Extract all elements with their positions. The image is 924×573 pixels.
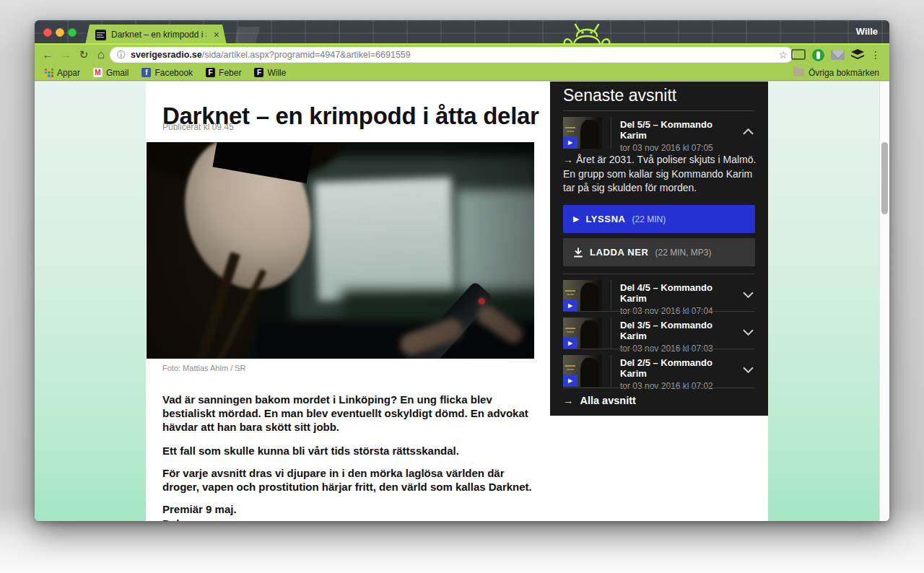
episode-row[interactable]: ▶ Del 3/5 – Kommando Karim tor 03 nov 20… [563, 315, 755, 351]
play-badge-icon[interactable]: ▶ [563, 375, 578, 387]
zoom-window-button[interactable] [68, 28, 77, 37]
episode-row[interactable]: ▶ Del 2/5 – Kommando Karim tor 03 nov 20… [563, 353, 755, 389]
layers-extension-icon[interactable] [851, 49, 864, 61]
close-window-button[interactable] [43, 28, 52, 37]
page-content: Darknet – en krimpodd i åtta delar Publi… [146, 82, 768, 521]
scrollbar-thumb[interactable] [881, 142, 888, 214]
arrow-right-icon: → [563, 395, 574, 406]
bookmark-gmail[interactable]: M Gmail [93, 68, 128, 78]
episode-date: tor 03 nov 2016 kl 07:05 [620, 143, 729, 153]
play-badge-icon[interactable]: ▶ [563, 337, 578, 349]
bookmark-star-icon[interactable]: ☆ [778, 49, 788, 61]
play-badge-icon[interactable]: ▶ [563, 299, 578, 312]
episode-date: tor 03 nov 2016 kl 07:02 [620, 381, 729, 391]
sidebar-heading: Senaste avsnitt [563, 86, 676, 105]
photo-credit: Foto: Mattias Ahlm / SR [162, 364, 246, 372]
bookmark-facebook[interactable]: f Facebook [141, 68, 193, 78]
episode-row[interactable]: ▶ Del 4/5 – Kommando Karim tor 03 nov 20… [563, 278, 755, 314]
apps-grid-icon [45, 69, 53, 77]
address-bar[interactable]: ⓘ sverigesradio.se/sida/artikel.aspx?pro… [110, 47, 793, 63]
episode-thumbnail[interactable]: ▶ [563, 117, 602, 149]
desktop: Darknet – en krimpodd i åtta d × Wille [0, 0, 924, 573]
bookmark-apps[interactable]: Appar [45, 68, 80, 78]
bookmark-feber[interactable]: F Feber [206, 68, 241, 78]
mail-extension-icon[interactable] [831, 51, 845, 60]
episode-title: Del 3/5 – Kommando Karim [620, 318, 729, 341]
all-episodes-link[interactable]: → Alla avsnitt [563, 395, 636, 406]
chevron-up-icon[interactable] [743, 128, 754, 135]
chevron-down-icon[interactable] [743, 367, 754, 373]
page-viewport: Darknet – en krimpodd i åtta delar Publi… [35, 82, 889, 521]
publish-time: Publicerat kl 09.45 [162, 122, 234, 132]
arrow-right-icon: → [563, 154, 573, 165]
bookmarks-bar: Appar M Gmail f Facebook F Feber F Wille… [35, 65, 889, 81]
page-info-icon[interactable]: ⓘ [117, 49, 126, 61]
episode-title: Del 2/5 – Kommando Karim [620, 355, 729, 379]
browser-tab[interactable]: Darknet – en krimpodd i åtta d × [85, 25, 227, 45]
article-paragraph: Vad är sanningen bakom mordet i Linköpin… [162, 393, 535, 434]
episode-thumbnail[interactable]: ▶ [563, 355, 602, 387]
wille-favicon-icon: F [254, 68, 263, 77]
episode-thumbnail[interactable]: ▶ [563, 280, 602, 312]
home-icon[interactable]: ⌂ [94, 48, 108, 62]
divider [563, 110, 755, 111]
tab-close-icon[interactable]: × [214, 30, 219, 40]
download-button[interactable]: LADDA NER (22 MIN, MP3) [563, 238, 755, 266]
download-icon [573, 248, 583, 258]
back-icon[interactable]: ← [40, 48, 55, 62]
episode-title: Del 5/5 – Kommando Karim [620, 117, 729, 141]
android-theme-icon [556, 22, 618, 45]
minimize-window-button[interactable] [56, 28, 64, 37]
latest-episodes-panel: Senaste avsnitt ▶ Del 5/5 – Kommando Kar… [550, 82, 768, 416]
gmail-favicon-icon: M [93, 68, 103, 77]
tab-title: Darknet – en krimpodd i åtta d [111, 30, 206, 40]
reload-icon[interactable]: ↻ [77, 48, 91, 62]
browser-toolbar: ← → ↻ ⌂ ⓘ sverigesradio.se/sida/artikel.… [35, 45, 889, 65]
episode-row[interactable]: ▶ Del 5/5 – Kommando Karim tor 03 nov 20… [563, 115, 755, 151]
password-manager-icon[interactable] [812, 49, 824, 61]
play-badge-icon[interactable]: ▶ [563, 136, 578, 149]
episode-thumbnail[interactable]: ▶ [563, 318, 602, 349]
profile-name[interactable]: Wille [856, 26, 878, 37]
feber-favicon-icon: F [206, 68, 215, 77]
url-text[interactable]: sverigesradio.se/sida/artikel.aspx?progr… [131, 50, 772, 60]
browser-window: Darknet – en krimpodd i åtta d × Wille [35, 20, 889, 521]
episode-title: Del 4/5 – Kommando Karim [620, 280, 729, 304]
article-paragraph: Ett fall som skulle kunna bli vårt tids … [162, 444, 535, 458]
article-paragraph: Premiär 9 maj. [162, 502, 535, 516]
facebook-favicon-icon: f [141, 68, 151, 77]
divider [563, 274, 755, 274]
article-paragraph: För varje avsnitt dras vi djupare in i d… [162, 466, 535, 494]
divider [563, 349, 755, 349]
play-icon: ▶ [573, 214, 579, 224]
listen-button[interactable]: ▶ LYSSNA (22 MIN) [563, 205, 755, 233]
clipped-next-heading: Del [162, 517, 179, 521]
other-bookmarks-button[interactable]: Övriga bokmärken [793, 68, 879, 78]
article-photo [147, 142, 534, 359]
divider [563, 311, 755, 312]
chevron-down-icon[interactable] [743, 329, 754, 336]
bookmark-wille[interactable]: F Wille [254, 68, 286, 78]
url-host: sverigesradio.se [131, 50, 202, 60]
cast-icon[interactable] [791, 49, 806, 61]
divider [563, 388, 755, 388]
forward-icon: → [58, 48, 73, 62]
new-tab-button[interactable] [234, 27, 260, 45]
chevron-down-icon[interactable] [743, 292, 754, 298]
scrollbar-track[interactable] [879, 82, 889, 521]
folder-icon [793, 69, 804, 76]
browser-menu-icon[interactable]: ⋮ [871, 49, 881, 61]
tab-favicon-icon [95, 30, 106, 40]
episode-description: → Året är 2031. Två poliser skjuts i Mal… [563, 153, 757, 196]
url-path: /sida/artikel.aspx?programid=4947&artike… [202, 50, 411, 60]
tab-bar: Darknet – en krimpodd i åtta d × Wille [35, 20, 889, 45]
